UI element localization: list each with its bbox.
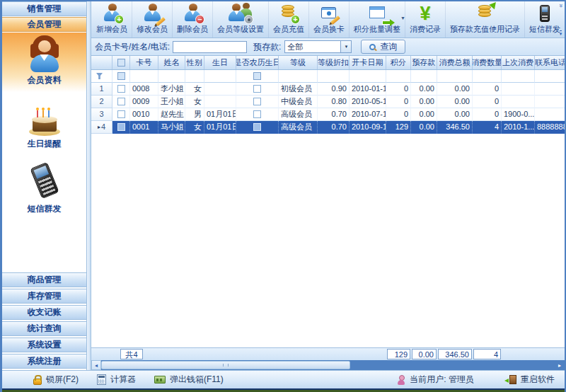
lunar-checkbox[interactable] xyxy=(253,123,261,131)
toolbar-button-member-level-settings[interactable]: 会员等级设置 xyxy=(213,1,269,38)
keyword-label: 会员卡号/姓名/电话: xyxy=(95,41,170,53)
grid-cell-rownum: 2 xyxy=(91,96,112,108)
scrollbar-thumb[interactable] xyxy=(101,361,350,369)
restart-icon xyxy=(509,375,516,384)
grid-cell-prepaid: 0.00 xyxy=(411,96,437,108)
toolbar-button-label: 删除会员 xyxy=(177,24,208,35)
grid-cell-name: 马小姐 xyxy=(158,121,185,134)
toolbar-button-delete-member[interactable]: –删除会员 xyxy=(173,1,213,38)
lunar-checkbox[interactable] xyxy=(253,85,261,93)
sidebar-tab-收支记账[interactable]: 收支记账 xyxy=(2,305,86,320)
chevron-down-icon[interactable]: ▼ xyxy=(340,41,351,52)
row-checkbox[interactable] xyxy=(117,123,125,131)
grid-cell-gender: 女 xyxy=(185,96,204,108)
grid-cell-rownum: ▸4 xyxy=(91,121,112,134)
horizontal-scrollbar[interactable]: ◂ ▸ xyxy=(91,360,565,370)
select-all-checkbox[interactable] xyxy=(117,59,125,67)
main-area: +新增会员修改会员–删除会员会员等级设置+会员充值会员换卡▼积分批量调整¥消费记… xyxy=(91,1,565,370)
sidebar-tab-系统注册[interactable]: 系统注册 xyxy=(2,354,86,369)
status-item-calculator[interactable]: 计算器 xyxy=(97,374,136,386)
toolbar-button-member-recharge[interactable]: +会员充值 xyxy=(269,1,309,38)
grid-cell-phone xyxy=(535,96,565,108)
status-item-lock[interactable]: 锁屏(F2) xyxy=(33,374,79,386)
grid-cell-last xyxy=(502,70,535,83)
row-checkbox[interactable] xyxy=(117,85,125,93)
grid-cell-lunar xyxy=(236,121,279,134)
toolbar-button-points-batch-adjust[interactable]: ▼积分批量调整 xyxy=(350,1,405,38)
toolbar-button-consumption-records[interactable]: ¥消费记录 xyxy=(405,1,446,38)
edit-member-icon xyxy=(137,2,168,23)
sidebar-panel: 会员资料生日提醒短信群发 xyxy=(2,33,86,272)
sidebar-item-mobile-phone[interactable]: 短信群发 xyxy=(2,161,86,215)
grid-cell-card: 0008 xyxy=(130,83,158,96)
toolbar-button-change-card[interactable]: 会员换卡 xyxy=(309,1,350,38)
grid-cell-level: 中级会员 xyxy=(279,96,318,108)
prepaid-select[interactable]: 全部 ▼ xyxy=(284,40,352,53)
query-button[interactable]: 查询 xyxy=(361,40,405,54)
sidebar-tab-members[interactable]: 会员管理 xyxy=(2,17,86,32)
consumption-records-icon: ¥ xyxy=(410,3,441,23)
grid-cell-total: 0.00 xyxy=(437,108,473,121)
keyword-input[interactable] xyxy=(173,41,247,53)
sidebar-tab-商品管理[interactable]: 商品管理 xyxy=(2,272,86,287)
toolbar-button-prepaid-records[interactable]: 预存款充值使用记录 xyxy=(446,1,525,38)
sidebar-item-birthday-cake[interactable]: 生日提醒 xyxy=(2,103,86,150)
member-row-0010[interactable]: 30010赵先生男01月01日高级会员0.702010-07-1100.000.… xyxy=(91,108,565,121)
sidebar-tab-统计查询[interactable]: 统计查询 xyxy=(2,321,86,336)
birthday-cake-icon xyxy=(28,103,61,136)
grid-cell-gender: 女 xyxy=(185,121,204,134)
sidebar-tab-库存管理[interactable]: 库存管理 xyxy=(2,289,86,304)
member-grid: 卡号姓名性别生日是否农历生日等级等级折扣开卡日期积分预存款消费总额消费数量上次消… xyxy=(91,56,565,347)
row-checkbox[interactable] xyxy=(117,98,125,105)
member-avatar-icon xyxy=(27,35,62,72)
grid-cell-card: 卡号 xyxy=(130,56,158,69)
grid-cell-phone: 联系电话 xyxy=(535,56,565,69)
toolbar-button-add-member[interactable]: +新增会员 xyxy=(92,1,132,38)
sidebar-splitter[interactable] xyxy=(86,1,91,370)
member-row-0001[interactable]: ▸40001马小姐女01月01日高级会员0.702010-09-181290.0… xyxy=(91,121,565,134)
status-item-restart[interactable]: 重启软件 xyxy=(505,374,555,386)
member-row-0008[interactable]: 10008李小姐女初级会员0.902010-01-1100.000.000 xyxy=(91,83,565,96)
toolbar-overflow-icon[interactable]: »▾ xyxy=(558,3,564,36)
toolbar-button-label: 短信群发 xyxy=(529,24,560,35)
points-batch-adjust-icon xyxy=(354,3,400,23)
grid-cell-points: 积分 xyxy=(386,56,411,69)
magnifier-icon xyxy=(369,44,376,50)
toolbar-button-label: 会员等级设置 xyxy=(217,24,264,35)
grid-cell-card: 0001 xyxy=(130,121,158,134)
sidebar-tab-sales[interactable]: 销售管理 xyxy=(2,1,86,16)
grid-cell-last xyxy=(502,96,535,108)
grid-cell-prepaid: 0.00 xyxy=(411,83,437,96)
chevron-down-icon[interactable]: ▼ xyxy=(400,16,405,21)
row-checkbox[interactable] xyxy=(117,110,125,118)
grid-cell-card xyxy=(130,70,158,83)
status-item-current-user[interactable]: 当前用户: 管理员 xyxy=(397,374,474,386)
status-item-cash-drawer[interactable]: 弹出钱箱(F11) xyxy=(154,374,224,386)
prepaid-select-value: 全部 xyxy=(285,42,340,52)
grid-cell-points: 0 xyxy=(386,83,411,96)
lunar-checkbox[interactable] xyxy=(253,98,261,105)
grid-cell-discount: 等级折扣 xyxy=(318,56,350,69)
member-row-0009[interactable]: 20009王小姐女中级会员0.802010-05-1500.000.000 xyxy=(91,96,565,108)
query-button-label: 查询 xyxy=(380,41,397,53)
scroll-right-arrow-icon[interactable]: ▸ xyxy=(555,360,565,370)
toolbar-button-edit-member[interactable]: 修改会员 xyxy=(132,1,173,38)
filter-lunar-checkbox[interactable] xyxy=(253,72,261,80)
grid-cell-birthday xyxy=(204,70,236,83)
filter-checkbox[interactable] xyxy=(117,72,125,80)
grid-cell-opendate: 2010-09-18 xyxy=(350,121,386,134)
grid-cell-card: 0009 xyxy=(130,96,158,108)
grid-cell-lunar xyxy=(236,83,279,96)
status-item-label: 锁屏(F2) xyxy=(46,374,79,386)
sidebar-tab-系统设置[interactable]: 系统设置 xyxy=(2,338,86,352)
grid-cell-qty xyxy=(473,70,502,83)
scrollbar-track[interactable] xyxy=(101,360,555,370)
grid-filter-row[interactable] xyxy=(91,70,565,83)
grid-cell-check xyxy=(112,83,130,96)
mobile-phone-icon xyxy=(28,161,61,201)
lunar-checkbox[interactable] xyxy=(253,110,261,118)
status-right-group: 当前用户: 管理员重启软件 xyxy=(397,374,555,386)
toolbar: +新增会员修改会员–删除会员会员等级设置+会员充值会员换卡▼积分批量调整¥消费记… xyxy=(91,1,565,38)
scroll-left-arrow-icon[interactable]: ◂ xyxy=(91,360,101,370)
sidebar-item-member-avatar[interactable]: 会员资料 xyxy=(2,33,86,92)
